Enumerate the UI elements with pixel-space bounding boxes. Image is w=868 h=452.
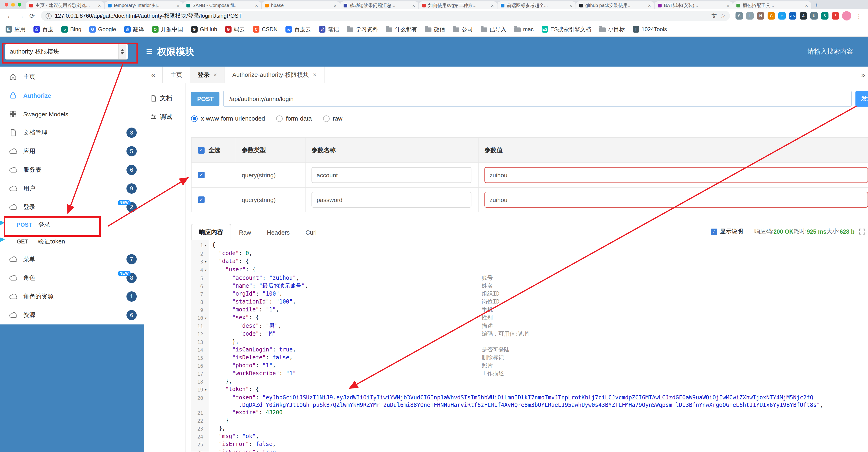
radio-icon[interactable] — [323, 115, 330, 122]
sidebar-item-login[interactable]: 登录 NEW 2 — [0, 198, 144, 217]
twitter-icon[interactable]: t — [778, 12, 786, 20]
tab-close-icon[interactable]: × — [491, 3, 494, 8]
radio-icon[interactable] — [276, 115, 283, 122]
browser-tab[interactable]: BAT脚本(安装)...× — [655, 1, 733, 9]
tab-close-icon[interactable]: × — [726, 3, 730, 8]
doc-search-input[interactable]: 请输入搜索内容 — [808, 48, 853, 56]
fold-icon[interactable]: ▾ — [203, 386, 208, 394]
browser-tab[interactable]: 如何使用svg第二种方...× — [419, 1, 497, 9]
sidebar-item-user[interactable]: 用户 9 — [0, 179, 144, 198]
browser-tab[interactable]: 前端图标参考超全...× — [497, 1, 576, 9]
sidebar-item-home[interactable]: 主页 — [0, 67, 144, 86]
fold-icon[interactable]: ▾ — [203, 314, 208, 322]
google-icon[interactable]: G — [768, 12, 775, 20]
bookmark-star-icon[interactable]: ☆ — [720, 12, 725, 19]
tab-document[interactable]: 文档 — [144, 89, 185, 108]
param-name-input[interactable]: account — [311, 167, 471, 183]
sidebar-item-resource[interactable]: 资源 6 — [0, 306, 144, 324]
sidebar-item-service[interactable]: 服务表 6 — [0, 161, 144, 179]
row-checkbox[interactable]: ✓ — [198, 196, 205, 203]
menu-toggle-icon[interactable]: ≡ — [146, 46, 153, 57]
param-value-input[interactable]: zuihou — [485, 192, 868, 207]
sidebar-item-menu[interactable]: 菜单 7 — [0, 250, 144, 269]
address-bar[interactable]: i 127.0.0.1:8760/api/gate/doc.html#/auth… — [41, 11, 730, 21]
browser-tab[interactable]: 主页 - 建议使用谷歌浏览...× — [26, 1, 104, 9]
bookmark-item[interactable]: T1024Tools — [633, 26, 667, 33]
close-icon[interactable]: × — [313, 71, 316, 78]
bookmark-item[interactable]: 云百度云 — [285, 25, 311, 33]
browser-tab[interactable]: 颜色搭配工具...× — [733, 1, 811, 9]
tab-debug[interactable]: 调试 — [144, 108, 185, 126]
bookmark-item[interactable]: 学习资料 — [347, 25, 378, 33]
select-all-checkbox[interactable]: ✓ — [198, 147, 205, 153]
param-value-input[interactable]: zuihou — [485, 167, 868, 183]
forward-icon[interactable]: → — [16, 12, 26, 20]
sidebar-item-role[interactable]: 角色 NEW 8 — [0, 269, 144, 287]
sidebar-item-post-login[interactable]: POST 登录 — [0, 217, 144, 233]
info-icon[interactable]: i — [746, 12, 754, 20]
tab-close-icon[interactable]: × — [334, 3, 337, 8]
bookmark-item[interactable]: 记笔记 — [319, 25, 339, 33]
tab-close-icon[interactable]: × — [569, 3, 572, 8]
bookmark-item[interactable]: 译翻译 — [124, 25, 144, 33]
send-button[interactable]: 发送 — [856, 91, 868, 107]
sidebar-item-app[interactable]: 应用 5 — [0, 142, 144, 161]
fullscreen-icon[interactable] — [859, 229, 865, 235]
show-description-toggle[interactable]: ✓ 显示说明 — [711, 228, 743, 235]
notes-icon[interactable]: N — [757, 12, 764, 20]
bookmark-item[interactable]: ESES搜索引擎文档 — [541, 25, 591, 33]
tab-close-icon[interactable]: × — [98, 3, 101, 8]
sites-icon[interactable]: S — [821, 12, 829, 20]
translate-icon[interactable]: 文 — [711, 12, 717, 20]
row-checkbox[interactable]: ✓ — [198, 172, 205, 178]
window-close-icon[interactable] — [5, 3, 8, 6]
browser-tab[interactable]: SANB - Compose fil...× — [183, 1, 261, 9]
response-editor[interactable]: 1▾{2 "code": 0,3▾ "data": {4▾ "user": {5… — [191, 240, 868, 452]
browser-tab[interactable]: 移动端效果问题汇总...× — [340, 1, 418, 9]
bookmark-item[interactable]: G码云 — [225, 25, 245, 33]
tab-curl[interactable]: Curl — [298, 225, 324, 240]
screenshot-icon[interactable]: S — [736, 12, 743, 20]
radio-icon[interactable] — [191, 115, 197, 122]
tab-close-icon[interactable]: × — [177, 3, 180, 8]
tab-headers[interactable]: Headers — [259, 225, 298, 240]
adblock-icon[interactable]: A — [800, 12, 807, 20]
bookmark-item[interactable]: 田应用 — [6, 25, 26, 33]
tab-response-content[interactable]: 响应内容 — [191, 224, 231, 240]
content-type-urlencoded[interactable]: x-www-form-urlencoded — [191, 115, 265, 122]
bookmark-item[interactable]: 小目标 — [599, 25, 625, 33]
tab-close-icon[interactable]: × — [412, 3, 415, 8]
window-zoom-icon[interactable] — [18, 3, 21, 6]
browser-tab[interactable]: temporary-Interior 知...× — [104, 1, 183, 9]
param-name-input[interactable]: password — [311, 192, 471, 207]
bookmark-item[interactable]: CCSDN — [253, 26, 278, 33]
tab-login[interactable]: 登录 × — [190, 66, 225, 83]
jpg-badge-icon[interactable]: JPG — [789, 12, 797, 20]
bookmark-item[interactable]: 微信 — [425, 25, 445, 33]
bookmark-item[interactable]: 百百度 — [33, 25, 54, 33]
bookmark-item[interactable]: 已导入 — [481, 25, 506, 33]
sidebar-item-swagger-models[interactable]: Swagger Models — [0, 105, 144, 123]
browser-tab[interactable]: github pack安装使用...× — [576, 1, 654, 9]
bookmark-item[interactable]: 公司 — [453, 25, 473, 33]
profile-avatar[interactable] — [842, 11, 851, 21]
expand-tabs-icon[interactable]: » — [858, 66, 868, 83]
sidebar-item-doc-manage[interactable]: 文档管理 3 — [0, 123, 144, 142]
fold-icon[interactable]: ▾ — [203, 241, 208, 250]
sidebar-item-get-checktoken[interactable]: GET 验证token — [0, 233, 144, 250]
collapse-tabs-icon[interactable]: « — [144, 66, 163, 83]
sidebar-item-authorize[interactable]: Authorize — [0, 86, 144, 105]
close-icon[interactable]: × — [213, 71, 217, 78]
tab-close-icon[interactable]: × — [255, 3, 258, 8]
colorful-extension-icon[interactable]: * — [832, 12, 839, 20]
fold-icon[interactable]: ▾ — [203, 257, 208, 266]
tab-close-icon[interactable]: × — [805, 3, 808, 8]
bookmark-item[interactable]: mac — [514, 26, 533, 33]
window-minimize-icon[interactable] — [11, 3, 15, 6]
tab-authorize-module[interactable]: Authorize-authority-权限模块 × — [225, 66, 324, 83]
tab-home[interactable]: 主页 — [163, 66, 190, 83]
page-info-icon[interactable]: i — [45, 13, 52, 19]
back-icon[interactable]: ← — [5, 12, 15, 20]
shield-icon[interactable]: U — [810, 12, 818, 20]
tab-raw[interactable]: Raw — [231, 225, 259, 240]
